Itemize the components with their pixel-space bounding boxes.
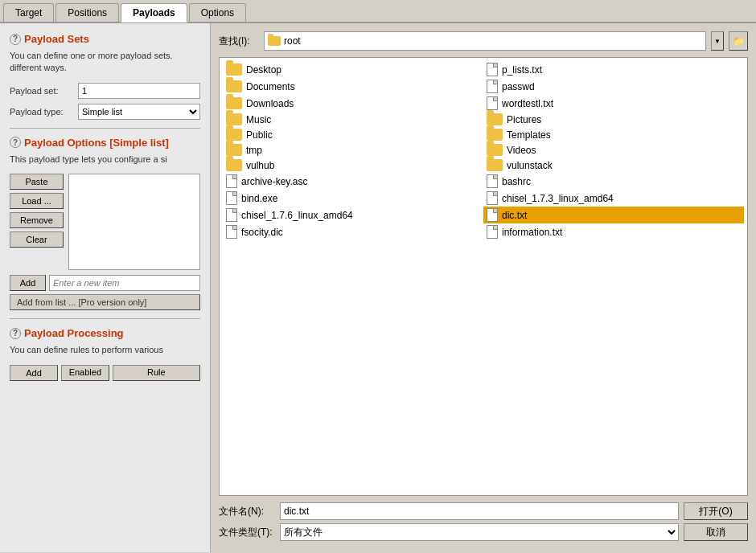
filetype-row: 文件类型(T): 所有文件 取消	[219, 523, 748, 541]
folder-desktop[interactable]: Desktop	[223, 61, 483, 78]
folder-icon	[226, 97, 242, 109]
folder-up-icon: 📁	[733, 35, 745, 47]
add-item-input[interactable]	[49, 275, 200, 291]
payload-list-box[interactable]	[68, 174, 200, 270]
file-information[interactable]: information.txt	[483, 223, 744, 240]
folder-name: tmp	[246, 145, 262, 156]
location-folder-icon	[268, 36, 281, 46]
payload-processing-title: Payload Processing	[24, 327, 124, 339]
folder-icon	[226, 129, 242, 141]
open-button[interactable]: 打开(O)	[684, 502, 748, 520]
clear-button[interactable]: Clear	[10, 231, 64, 248]
folder-name: Videos	[507, 145, 536, 156]
tab-options[interactable]: Options	[189, 3, 246, 22]
filename-row: 文件名(N): 打开(O)	[219, 502, 748, 520]
folder-music[interactable]: Music	[223, 112, 483, 127]
payload-sets-desc: You can define one or more payload sets.…	[10, 50, 200, 75]
folder-name: Desktop	[246, 64, 281, 76]
payload-set-input[interactable]	[78, 83, 200, 99]
folder-icon	[487, 144, 503, 156]
file-icon	[226, 174, 237, 188]
tab-positions[interactable]: Positions	[55, 3, 119, 22]
folder-name: vulhub	[246, 160, 274, 171]
paste-button[interactable]: Paste	[10, 174, 64, 190]
file-dic-txt[interactable]: dic.txt	[483, 207, 744, 223]
add-from-list-button[interactable]: Add from list ... [Pro version only]	[10, 294, 200, 310]
file-p-lists[interactable]: p_lists.txt	[483, 61, 744, 78]
payload-type-select[interactable]: Simple list	[78, 104, 200, 120]
file-icon	[487, 225, 498, 239]
folder-icon	[226, 80, 242, 92]
folder-name: Pictures	[507, 114, 541, 125]
filetype-select[interactable]: 所有文件	[280, 523, 679, 541]
folder-vulhub[interactable]: vulhub	[223, 158, 483, 173]
folder-pictures[interactable]: Pictures	[483, 112, 744, 127]
file-grid[interactable]: Desktop p_lists.txt Documents passwd Dow…	[219, 57, 748, 496]
file-name: bashrc	[502, 176, 531, 187]
file-name: passwd	[502, 81, 535, 92]
remove-button[interactable]: Remove	[10, 212, 64, 228]
payload-options-title: Payload Options [Simple list]	[24, 137, 169, 149]
file-chisel-176[interactable]: chisel_1.7.6_linux_amd64	[223, 207, 483, 223]
file-bind-exe[interactable]: bind.exe	[223, 190, 483, 207]
location-text: root	[284, 35, 301, 47]
file-icon	[226, 225, 237, 239]
file-archive-key[interactable]: archive-key.asc	[223, 173, 483, 190]
file-passwd[interactable]: passwd	[483, 78, 744, 95]
folder-documents[interactable]: Documents	[223, 78, 483, 95]
chevron-down-icon: ▼	[714, 38, 721, 45]
payload-processing-help-icon[interactable]: ?	[10, 328, 21, 339]
payload-options-help-icon[interactable]: ?	[10, 137, 21, 148]
folder-downloads[interactable]: Downloads	[223, 95, 483, 112]
dialog-toolbar: 查找(I): root ▼ 📁	[219, 31, 748, 51]
nav-up-button[interactable]: 📁	[729, 31, 748, 51]
folder-icon	[226, 159, 242, 171]
add-button[interactable]: Add	[10, 275, 46, 291]
payload-type-label: Payload type:	[10, 107, 78, 117]
payload-processing-section: ? Payload Processing	[10, 327, 200, 339]
file-name: archive-key.asc	[241, 176, 307, 187]
file-name: information.txt	[502, 227, 562, 238]
folder-icon	[226, 113, 242, 125]
payload-sets-section: ? Payload Sets	[10, 33, 200, 45]
folder-name: Music	[246, 114, 271, 125]
folder-videos[interactable]: Videos	[483, 142, 744, 158]
tab-target[interactable]: Target	[3, 3, 54, 22]
file-icon	[487, 191, 498, 205]
load-button[interactable]: Load ...	[10, 193, 64, 209]
folder-icon	[226, 144, 242, 156]
left-panel: ? Payload Sets You can define one or mor…	[0, 23, 211, 552]
payload-sets-help-icon[interactable]: ?	[10, 34, 21, 45]
main-layout: ? Payload Sets You can define one or mor…	[0, 23, 756, 552]
payload-options-area: Paste Load ... Remove Clear	[10, 174, 200, 270]
location-bar: root	[264, 31, 706, 51]
folder-name: vulunstack	[507, 160, 553, 171]
folder-icon	[487, 129, 503, 141]
file-icon	[487, 63, 498, 76]
payload-sets-title: Payload Sets	[24, 33, 89, 45]
folder-vulunstack[interactable]: vulunstack	[483, 158, 744, 173]
file-bashrc[interactable]: bashrc	[483, 173, 744, 190]
folder-public[interactable]: Public	[223, 127, 483, 142]
filename-label: 文件名(N):	[219, 505, 275, 518]
folder-templates[interactable]: Templates	[483, 127, 744, 142]
file-icon	[487, 96, 498, 110]
tab-payloads[interactable]: Payloads	[121, 3, 187, 23]
proc-rule-header: Rule	[113, 365, 200, 381]
proc-add-button[interactable]: Add	[10, 365, 58, 381]
payload-set-label: Payload set:	[10, 86, 78, 96]
file-wordtestl[interactable]: wordtestl.txt	[483, 95, 744, 112]
toolbar-label: 查找(I):	[219, 35, 259, 48]
file-name: fsocity.dic	[241, 227, 283, 238]
cancel-button[interactable]: 取消	[684, 523, 748, 541]
location-dropdown[interactable]: ▼	[711, 31, 724, 51]
file-chisel-173[interactable]: chisel_1.7.3_linux_amd64	[483, 190, 744, 207]
payload-processing-desc: You can define rules to perform various	[10, 344, 200, 356]
file-fsocity[interactable]: fsocity.dic	[223, 223, 483, 240]
folder-tmp[interactable]: tmp	[223, 142, 483, 158]
folder-name: Templates	[507, 129, 551, 141]
folder-icon	[226, 63, 242, 76]
filename-input[interactable]	[280, 502, 679, 520]
add-row: Add	[10, 275, 200, 291]
file-name: bind.exe	[241, 193, 277, 204]
